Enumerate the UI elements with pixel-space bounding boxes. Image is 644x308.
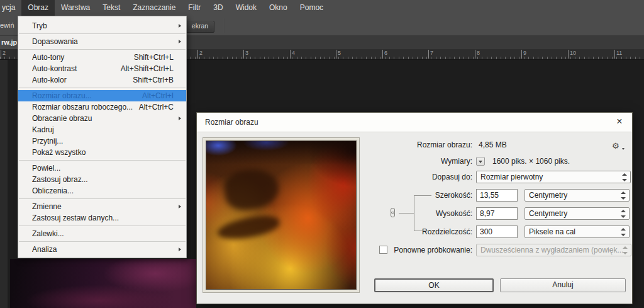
- height-input[interactable]: [476, 207, 518, 220]
- dialog-titlebar: Rozmiar obrazu ×: [197, 113, 632, 132]
- ruler-number: 2: [3, 50, 6, 56]
- menu-item-dopasowania[interactable]: Dopasowania: [18, 36, 186, 47]
- menu-separator: [18, 197, 186, 201]
- menubar-item-widok[interactable]: Widok: [230, 0, 263, 16]
- chevron-right-icon: [179, 117, 181, 120]
- dimensions-unit-dropdown[interactable]: [476, 157, 485, 166]
- menubar-item-pomoc[interactable]: Pomoc: [294, 0, 330, 16]
- menubar-item-warstwa[interactable]: Warstwa: [55, 0, 96, 16]
- ruler-number: 9: [523, 50, 526, 56]
- chevron-right-icon: [179, 205, 181, 208]
- constrain-bracket: [399, 213, 414, 214]
- menu-item-zastosuj-zestaw-danych[interactable]: Zastosuj zestaw danych...: [18, 212, 186, 224]
- dimensions-label: Wymiary:: [340, 155, 472, 168]
- menubar-item-edycja[interactable]: ycja: [1, 0, 21, 16]
- photoshop-window: ycja Obraz Warstwa Tekst Zaznaczanie Fil…: [0, 0, 644, 308]
- size-label: Rozmiar obrazu:: [340, 139, 472, 151]
- resolution-label: Rozdzielczość:: [340, 225, 472, 238]
- updown-arrows-icon: [623, 246, 628, 254]
- menubar: ycja Obraz Warstwa Tekst Zaznaczanie Fil…: [0, 0, 644, 16]
- obraz-menu-panel: Tryb Dopasowania Auto-tony Shift+Ctrl+L …: [18, 16, 187, 258]
- menu-separator: [18, 31, 186, 36]
- menubar-item-3d[interactable]: 3D: [207, 0, 229, 16]
- menu-item-kadruj[interactable]: Kadruj: [18, 124, 186, 135]
- ruler-number: 4: [292, 50, 295, 56]
- cancel-button[interactable]: Anuluj: [500, 278, 626, 292]
- width-label: Szerokość:: [340, 189, 472, 202]
- ruler-number: 11: [616, 50, 622, 56]
- ok-button[interactable]: OK: [374, 278, 494, 292]
- resolution-input[interactable]: [476, 225, 518, 238]
- chevron-right-icon: [179, 24, 181, 28]
- size-value: 4,85 MB: [479, 139, 507, 151]
- updown-arrows-icon: [621, 191, 626, 200]
- menu-item-zmienne[interactable]: Zmienne: [18, 201, 186, 212]
- constrain-bracket: [414, 195, 431, 231]
- menu-item-auto-tony[interactable]: Auto-tony Shift+Ctrl+L: [18, 52, 186, 63]
- height-label: Wysokość:: [340, 207, 472, 220]
- menu-item-auto-kontrast[interactable]: Auto-kontrast Alt+Shift+Ctrl+L: [18, 63, 186, 74]
- link-icon[interactable]: [390, 208, 396, 218]
- menubar-item-zaznaczanie[interactable]: Zaznaczanie: [126, 0, 182, 16]
- menu-item-pokaz-wszystko[interactable]: Pokaż wszystko: [18, 147, 186, 158]
- menu-item-zalewki[interactable]: Zalewki...: [18, 228, 186, 239]
- panel-edge-strip: [0, 60, 8, 308]
- menubar-item-okno[interactable]: Okno: [263, 0, 294, 16]
- updown-arrows-icon: [621, 228, 626, 236]
- close-icon[interactable]: ×: [613, 115, 626, 128]
- updown-arrows-icon: [622, 173, 627, 181]
- ruler-number: 5: [338, 50, 341, 56]
- menu-item-auto-kolor[interactable]: Auto-kolor Shift+Ctrl+B: [18, 74, 186, 86]
- chevron-right-icon: [179, 40, 181, 43]
- menu-item-analiza[interactable]: Analiza: [18, 244, 186, 255]
- menu-item-tryb[interactable]: Tryb: [18, 20, 186, 31]
- document-canvas-image: [10, 259, 196, 308]
- chevron-right-icon: [179, 248, 181, 251]
- menu-separator: [18, 86, 186, 90]
- menu-item-zastosuj-obraz[interactable]: Zastosuj obraz...: [18, 174, 186, 185]
- menubar-item-tekst[interactable]: Tekst: [96, 0, 126, 16]
- menu-item-obracanie-obrazu[interactable]: Obracanie obrazu: [18, 113, 186, 124]
- menu-separator: [18, 239, 186, 244]
- image-size-dialog: Rozmiar obrazu × Rozmiar obrazu: 4,85 MB…: [196, 112, 633, 304]
- menubar-item-filtr[interactable]: Filtr: [182, 0, 207, 16]
- options-bar-partial-label: ewiń: [0, 21, 14, 29]
- resample-label: Ponowne próbkowanie:: [340, 244, 472, 256]
- dialog-title: Rozmiar obrazu: [205, 113, 258, 132]
- menu-item-powiel[interactable]: Powiel...: [18, 163, 186, 174]
- gear-icon[interactable]: ⚙: [612, 140, 625, 152]
- width-unit-select[interactable]: Centymetry: [525, 189, 630, 202]
- resample-method-select: Dwusześcienna z wygładzaniem (powięk...: [476, 244, 631, 256]
- resolution-unit-select[interactable]: Piksele na cal: [525, 225, 630, 238]
- width-input[interactable]: [476, 189, 518, 202]
- menu-item-rozmiar-obrazu[interactable]: Rozmiar obrazu... Alt+Ctrl+I: [18, 90, 186, 101]
- menu-item-rozmiar-obszaru-roboczego[interactable]: Rozmiar obszaru roboczego... Alt+Ctrl+C: [18, 101, 186, 113]
- menu-separator: [18, 158, 186, 163]
- ruler-number: 8: [477, 50, 480, 56]
- fit-to-label: Dopasuj do:: [340, 171, 472, 183]
- fit-screen-button[interactable]: ekran: [186, 21, 214, 33]
- chevron-down-icon: [622, 148, 625, 150]
- dimensions-value: 1600 piks. × 1060 piks.: [492, 155, 570, 168]
- menu-separator: [18, 224, 186, 228]
- fit-to-select[interactable]: Rozmiar pierwotny: [476, 171, 631, 183]
- ruler-number: 3: [245, 50, 248, 56]
- updown-arrows-icon: [621, 210, 626, 218]
- ruler-number: 6: [384, 50, 387, 56]
- options-bar-separator: [224, 18, 225, 33]
- menu-item-przytnij[interactable]: Przytnij...: [18, 135, 186, 147]
- ruler-number: 2: [199, 50, 203, 56]
- ruler-number: 10: [570, 50, 576, 56]
- ruler-number: 7: [430, 50, 433, 56]
- menubar-item-obraz[interactable]: Obraz: [21, 0, 55, 16]
- height-unit-select[interactable]: Centymetry: [525, 207, 630, 220]
- menu-separator: [18, 47, 186, 52]
- menu-item-obliczenia[interactable]: Obliczenia...: [18, 185, 186, 197]
